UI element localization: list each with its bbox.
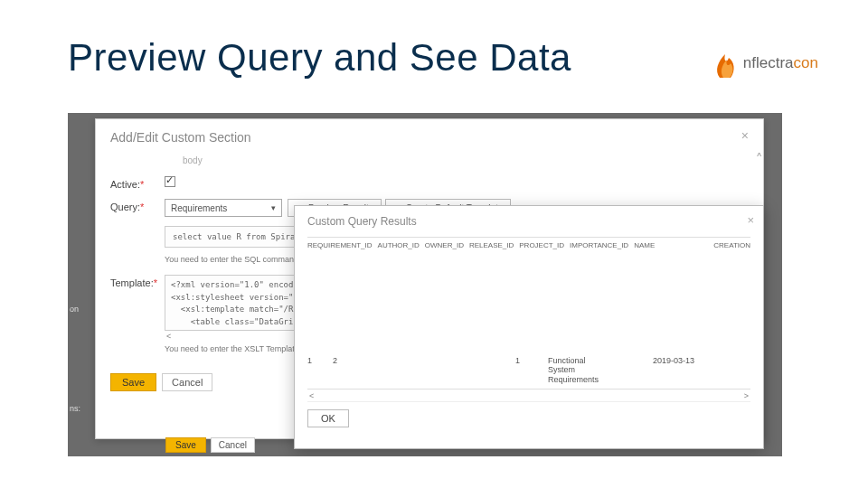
cell [420, 356, 510, 385]
chevron-down-icon: ▾ [271, 203, 276, 212]
template-text-input[interactable]: <?xml version="1.0" encoding="utf-8"?> <… [165, 275, 309, 331]
close-icon[interactable]: × [741, 128, 749, 143]
side-cut-label: on [68, 303, 80, 315]
cell: 1 [515, 356, 542, 385]
flame-icon [709, 45, 745, 81]
active-row: Active:* [110, 176, 749, 190]
table-row: 1 2 1 Functional System Requirements 201… [307, 356, 750, 385]
active-checkbox[interactable] [165, 176, 175, 187]
outer-actions: Save Cancel [165, 437, 255, 453]
entity-dropdown[interactable]: Requirements ▾ [165, 199, 282, 217]
query-label: Query:* [110, 199, 165, 212]
side-cut-label: ns: [68, 402, 82, 415]
col-header: IMPORTANCE_ID [570, 241, 628, 249]
col-header: PROJECT_ID [519, 241, 564, 249]
save-button[interactable]: Save [110, 373, 156, 391]
results-header: REQUIREMENT_ID AUTHOR_ID OWNER_ID RELEAS… [307, 238, 750, 253]
cell: 1 [307, 356, 327, 385]
active-label: Active:* [110, 176, 165, 190]
cell: 2019-03-13 [653, 356, 707, 385]
cell: 2 [333, 356, 414, 385]
cancel-button[interactable]: Cancel [162, 373, 212, 391]
breadcrumb: body [183, 150, 749, 176]
scroll-left-icon[interactable]: < [309, 391, 314, 400]
brand-text: nflectracon [743, 54, 818, 72]
col-header: AUTHOR_ID [378, 241, 420, 249]
ok-button[interactable]: OK [307, 409, 349, 427]
scroll-right-icon[interactable]: > [744, 391, 749, 400]
scroll-left-icon[interactable]: < [165, 331, 309, 341]
col-header: NAME [634, 241, 655, 249]
template-label: Template:* [110, 275, 165, 288]
screenshot-area: on ns: Add/Edit Custom Section × ^ body … [68, 113, 782, 456]
results-body: 1 2 1 Functional System Requirements 201… [307, 253, 750, 389]
slide-title: Preview Query and See Data [68, 36, 571, 80]
results-grid: REQUIREMENT_ID AUTHOR_ID OWNER_ID RELEAS… [307, 237, 750, 402]
modal-title: Add/Edit Custom Section × [110, 128, 749, 150]
outer-cancel-button[interactable]: Cancel [211, 437, 255, 453]
results-title: Custom Query Results [307, 215, 750, 228]
query-results-popup: × Custom Query Results REQUIREMENT_ID AU… [294, 205, 764, 449]
close-icon[interactable]: × [747, 213, 754, 227]
brand-logo: nflectracon [709, 45, 818, 81]
col-header: CREATION [713, 241, 750, 249]
cell: Functional System Requirements [548, 356, 647, 385]
col-header: REQUIREMENT_ID [307, 241, 373, 249]
scroll-up-icon[interactable]: ^ [757, 152, 761, 162]
col-header: RELEASE_ID [469, 241, 514, 249]
outer-save-button[interactable]: Save [165, 437, 206, 453]
template-hint: You need to enter the XSLT Template fo [165, 344, 309, 353]
results-scrollbar[interactable]: < > [307, 389, 750, 401]
col-header: OWNER_ID [425, 241, 464, 249]
